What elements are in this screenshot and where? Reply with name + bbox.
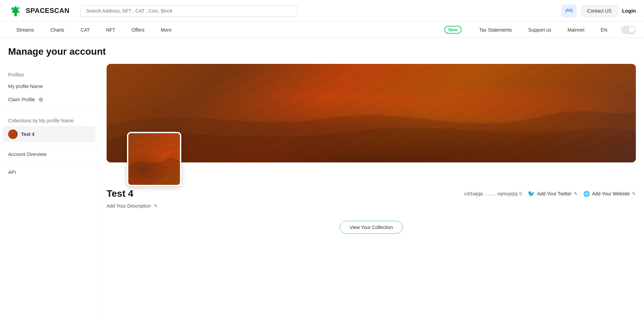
sidebar-divider-3 <box>0 163 98 163</box>
nav-language[interactable]: EN <box>593 22 615 38</box>
sidebar-item-my-profile[interactable]: My profile Name <box>0 80 98 92</box>
logo-icon <box>8 3 23 18</box>
twitter-link[interactable]: 🐦 Add Your Twitter ✎ <box>528 190 578 197</box>
website-link[interactable]: 🌐 Add Your Website ✎ <box>583 191 636 197</box>
sidebar-item-account-overview[interactable]: Account Overview <box>0 148 98 160</box>
address-start: col1wjqa <box>464 191 483 196</box>
header-actions: Contact US Login <box>561 4 636 17</box>
header: SPACESCAN Contact US Login <box>0 0 644 22</box>
svg-point-3 <box>11 7 15 11</box>
nav-streams[interactable]: Streams <box>8 22 42 38</box>
sidebar-divider-1 <box>0 109 98 110</box>
sidebar: Profiles My profile Name Claim Profile ⊕… <box>0 64 98 316</box>
nav-right: New Tax Statements Support us Mainnet EN <box>436 22 636 38</box>
search-bar[interactable] <box>80 5 298 17</box>
search-input[interactable] <box>80 5 298 17</box>
sidebar-divider-2 <box>0 145 98 145</box>
nav-new-badge-item[interactable]: New <box>436 22 471 38</box>
theme-toggle[interactable] <box>621 26 636 34</box>
nav-nft[interactable]: NFT <box>98 22 123 38</box>
collection-meta: col1wjqa ........ vqmuyqvj ⎘ 🐦 Add Your … <box>464 190 636 197</box>
svg-point-4 <box>17 7 20 10</box>
sidebar-item-api[interactable]: API <box>0 166 98 178</box>
collection-name: Test 4 <box>107 188 133 199</box>
collection-header: Test 4 col1wjqa ........ vqmuyqvj ⎘ 🐦 Ad… <box>107 188 636 199</box>
banner-image <box>107 64 636 162</box>
collection-info: Test 4 col1wjqa ........ vqmuyqvj ⎘ 🐦 Ad… <box>107 183 636 234</box>
main-nav: Streams Charts CAT NFT Offers More New T… <box>0 22 644 38</box>
globe-icon: 🌐 <box>583 191 590 197</box>
view-collection-button[interactable]: View Your Collection <box>340 221 403 234</box>
twitter-icon: 🐦 <box>528 190 535 197</box>
nav-mainnet[interactable]: Mainnet <box>559 22 593 38</box>
wave-button[interactable] <box>561 4 577 17</box>
wave-icon <box>565 7 573 15</box>
twitter-edit-icon[interactable]: ✎ <box>574 191 578 196</box>
dune-overlay <box>107 64 636 162</box>
toggle-knob <box>628 27 635 33</box>
page-title: Manage your account <box>0 38 644 64</box>
sidebar-item-test4[interactable]: Test 4 <box>3 126 95 142</box>
profiles-section-label: Profiles <box>0 67 98 80</box>
sidebar-item-claim-profile[interactable]: Claim Profile ⊕ <box>0 92 98 107</box>
description-row: Add Your Description ✎ <box>107 203 636 209</box>
logo-text: SPACESCAN <box>26 7 70 15</box>
collection-avatar <box>8 129 18 139</box>
copy-icon[interactable]: ⎘ <box>519 191 522 196</box>
address-dots: ........ <box>485 191 495 196</box>
page-layout: Profiles My profile Name Claim Profile ⊕… <box>0 64 644 316</box>
main-content: Test 4 col1wjqa ........ vqmuyqvj ⎘ 🐦 Ad… <box>98 64 644 316</box>
twitter-label: Add Your Twitter <box>537 191 572 196</box>
banner-container <box>107 64 636 162</box>
collection-address: col1wjqa ........ vqmuyqvj ⎘ <box>464 191 522 196</box>
nav-support[interactable]: Support us <box>520 22 559 38</box>
nav-offers[interactable]: Offers <box>124 22 153 38</box>
description-edit-icon[interactable]: ✎ <box>154 203 158 209</box>
logo[interactable]: SPACESCAN <box>8 3 70 18</box>
add-circle-icon: ⊕ <box>38 96 43 103</box>
svg-point-7 <box>11 132 15 135</box>
address-end: vqmuyqvj <box>497 191 517 196</box>
thumb-dune-overlay <box>128 133 180 185</box>
nav-charts[interactable]: Charts <box>42 22 72 38</box>
collection-avatar-icon <box>10 131 16 137</box>
contact-button[interactable]: Contact US <box>581 5 618 17</box>
login-button[interactable]: Login <box>622 8 636 14</box>
website-edit-icon[interactable]: ✎ <box>632 191 636 196</box>
website-label: Add Your Website <box>592 191 630 196</box>
collections-section-label: Collections by My profile Name <box>0 112 98 126</box>
description-label: Add Your Description <box>107 203 151 209</box>
profile-thumbnail <box>127 132 181 186</box>
nav-more[interactable]: More <box>152 22 180 38</box>
nav-cat[interactable]: CAT <box>72 22 98 38</box>
nav-tax-statements[interactable]: Tax Statements <box>471 22 520 38</box>
new-badge: New <box>444 26 462 34</box>
active-collection-label: Test 4 <box>21 131 34 137</box>
